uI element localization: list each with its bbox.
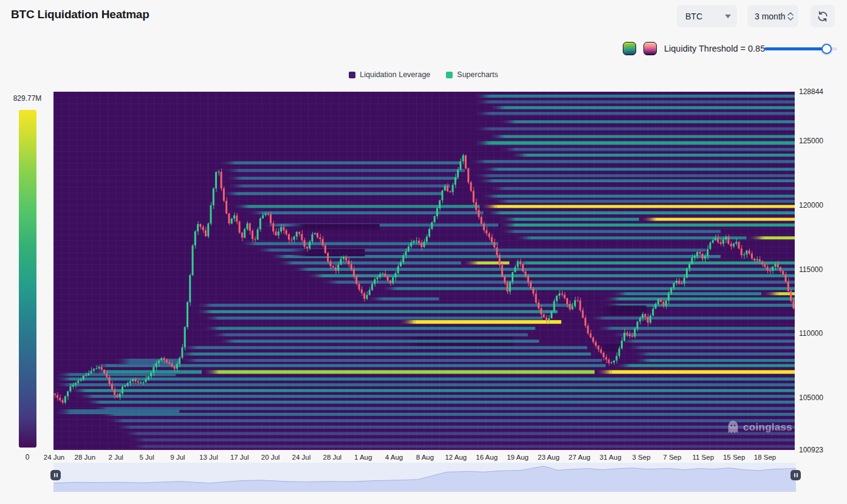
period-select[interactable]: 3 month	[747, 5, 798, 27]
magma-palette-button[interactable]	[643, 42, 657, 55]
date-axis-label: 2 Jul	[109, 454, 123, 461]
colorbar-gradient	[19, 110, 36, 448]
page-title: BTC Liquidation Heatmap	[11, 8, 149, 21]
date-axis-label: 11 Sep	[692, 454, 714, 461]
range-navigator[interactable]	[53, 463, 796, 492]
threshold-slider-fill	[764, 47, 826, 50]
liquidation-heatmap-canvas[interactable]	[53, 92, 795, 450]
navigator-left-handle[interactable]	[50, 470, 61, 480]
price-axis-label: 128844	[799, 87, 823, 96]
liquidation-heatmap-page: BTC Liquidation Heatmap BTC 3 month Liqu…	[0, 0, 847, 504]
symbol-select-value: BTC	[685, 12, 702, 21]
date-axis-label: 12 Aug	[445, 454, 467, 461]
date-axis-label: 5 Jul	[139, 454, 154, 461]
date-axis-label: 24 Jul	[292, 454, 311, 461]
colorbar-max-label: 829.77M	[0, 94, 55, 103]
threshold-label: Liquidity Threshold = 0.85	[664, 44, 765, 53]
date-axis-label: 7 Sep	[663, 454, 681, 461]
date-axis-label: 28 Jul	[323, 454, 341, 461]
date-axis-label: 1 Aug	[354, 454, 372, 461]
date-axis-label: 4 Aug	[385, 454, 403, 461]
symbol-select[interactable]: BTC	[677, 5, 737, 27]
date-axis-label: 31 Aug	[600, 454, 622, 461]
date-axis-label: 23 Aug	[538, 454, 560, 461]
legend-item-supercharts[interactable]: Supercharts	[446, 70, 498, 79]
date-axis-label: 15 Sep	[723, 454, 745, 461]
legend-label: Supercharts	[457, 70, 498, 79]
date-axis-label: 20 Jul	[261, 454, 280, 461]
price-axis-label: 110000	[799, 329, 823, 338]
date-axis-label: 3 Sep	[632, 454, 650, 461]
date-axis: 24 Jun28 Jun2 Jul5 Jul9 Jul13 Jul17 Jul2…	[53, 454, 796, 463]
date-axis-label: 13 Jul	[199, 454, 218, 461]
legend-swatch-purple	[349, 72, 355, 78]
refresh-button[interactable]	[811, 5, 835, 27]
date-axis-label: 9 Jul	[170, 454, 185, 461]
legend-swatch-green	[446, 72, 453, 78]
legend-item-liquidation-leverage[interactable]: Liquidation Leverage	[349, 70, 430, 79]
date-axis-label: 27 Aug	[569, 454, 591, 461]
date-axis-label: 28 Jun	[75, 454, 96, 461]
price-axis-label: 105000	[799, 393, 823, 402]
unfold-more-icon	[786, 10, 795, 23]
threshold-slider[interactable]	[764, 47, 837, 50]
price-axis-label: 115000	[799, 265, 823, 274]
legend-label: Liquidation Leverage	[360, 70, 430, 79]
navigator-area-chart	[53, 463, 796, 492]
date-axis-label: 18 Sep	[754, 454, 776, 461]
chevron-down-icon	[725, 15, 731, 18]
price-axis-label: 100923	[799, 446, 823, 454]
date-axis-label: 19 Aug	[507, 454, 529, 461]
navigator-right-handle[interactable]	[790, 470, 801, 480]
refresh-icon	[817, 10, 829, 22]
date-axis-label: 8 Aug	[416, 454, 434, 461]
date-axis-label: 16 Aug	[476, 454, 498, 461]
chart-legend: Liquidation Leverage Supercharts	[0, 70, 847, 79]
price-axis-label: 125000	[799, 137, 823, 145]
viridis-palette-button[interactable]	[623, 42, 636, 55]
price-axis-label: 120000	[799, 201, 823, 209]
date-axis-label: 17 Jul	[230, 454, 249, 461]
date-axis-label: 24 Jun	[44, 454, 65, 461]
period-select-value: 3 month	[755, 12, 786, 21]
threshold-slider-handle[interactable]	[821, 44, 832, 54]
